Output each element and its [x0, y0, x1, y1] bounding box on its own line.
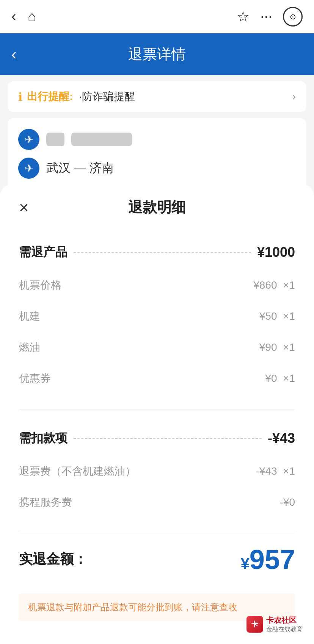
service-fee-value: -¥0	[280, 496, 295, 508]
total-label: 实退金额：	[19, 550, 87, 569]
service-fee-row: 携程服务费 -¥0	[19, 487, 295, 518]
fuel-fee-label: 燃油	[19, 340, 40, 355]
alert-arrow-icon: ›	[292, 91, 296, 103]
sheet-header: × 退款明细	[19, 199, 295, 216]
bottom-sheet: × 退款明细 需退产品 ¥1000 机票价格 ¥860 ×1 机建 ¥50 ×1…	[0, 184, 314, 644]
status-bar-left: ‹ ⌂	[11, 8, 36, 25]
sheet-close-button[interactable]: ×	[19, 199, 29, 216]
more-icon[interactable]: ···	[260, 8, 272, 25]
status-bar: ‹ ⌂ ☆ ··· ⊙	[0, 0, 314, 33]
watermark-name: 卡农社区	[266, 615, 303, 625]
watermark-sub: 金融在线教育	[266, 625, 303, 633]
total-amount-container: ¥ 957	[241, 544, 295, 575]
airport-fee-row: 机建 ¥50 ×1	[19, 301, 295, 332]
record-icon[interactable]: ⊙	[283, 7, 303, 27]
status-bar-right: ☆ ··· ⊙	[237, 7, 303, 27]
coupon-row: 优惠券 ¥0 ×1	[19, 363, 295, 394]
flight-row-1: ✈	[18, 129, 296, 150]
watermark: 卡 卡农社区 金融在线教育	[246, 615, 303, 633]
back-icon[interactable]: ‹	[11, 8, 16, 25]
page-title: 退票详情	[128, 45, 186, 64]
refund-fee-label: 退票费（不含机建燃油）	[19, 464, 136, 478]
flight-route-text: 武汉 — 济南	[46, 160, 114, 177]
deductions-main-label: 需扣款项	[19, 430, 68, 447]
deductions-section: 需扣款项 -¥43 退票费（不含机建燃油） -¥43 ×1 携程服务费 -¥0	[19, 421, 295, 518]
ticket-price-label: 机票价格	[19, 278, 61, 292]
ticket-price-value: ¥860 ×1	[253, 279, 295, 291]
total-row: 实退金额： ¥ 957	[19, 533, 295, 586]
coupon-value: ¥0 ×1	[265, 372, 295, 385]
home-icon[interactable]: ⌂	[28, 8, 36, 25]
flight-blurred-1	[46, 133, 64, 146]
products-main-value: ¥1000	[257, 244, 295, 260]
star-icon[interactable]: ☆	[237, 8, 250, 25]
fuel-fee-value: ¥90 ×1	[259, 341, 295, 353]
flight-row-2: ✈ 武汉 — 济南	[18, 158, 296, 179]
flight-route-icon: ✈	[18, 158, 39, 179]
page-header: ‹ 退票详情	[0, 33, 314, 75]
coupon-label: 优惠券	[19, 371, 51, 386]
alert-banner-left: ℹ 出行提醒: ·防诈骗提醒	[18, 89, 135, 104]
alert-text: ·防诈骗提醒	[79, 89, 135, 104]
airport-fee-value: ¥50 ×1	[259, 310, 295, 322]
alert-info-icon: ℹ	[18, 90, 22, 103]
watermark-icon: 卡	[246, 616, 263, 633]
products-section: 需退产品 ¥1000 机票价格 ¥860 ×1 机建 ¥50 ×1 燃油 ¥90…	[19, 235, 295, 394]
deductions-dotted-line	[74, 438, 262, 439]
section-divider	[19, 409, 295, 410]
sheet-title: 退款明细	[128, 198, 186, 217]
refund-fee-value: -¥43 ×1	[256, 465, 295, 477]
total-currency-symbol: ¥	[241, 555, 250, 573]
alert-banner[interactable]: ℹ 出行提醒: ·防诈骗提醒 ›	[8, 81, 306, 112]
products-dotted-line	[74, 252, 251, 253]
watermark-text: 卡农社区 金融在线教育	[266, 615, 303, 633]
flight-plane-icon: ✈	[18, 129, 39, 150]
deductions-main-row: 需扣款项 -¥43	[19, 421, 295, 456]
total-amount-value: 957	[250, 544, 295, 575]
page-back-button[interactable]: ‹	[11, 46, 16, 63]
refund-fee-row: 退票费（不含机建燃油） -¥43 ×1	[19, 456, 295, 487]
products-main-row: 需退产品 ¥1000	[19, 235, 295, 270]
flight-blurred-2	[71, 133, 132, 146]
service-fee-label: 携程服务费	[19, 495, 72, 510]
ticket-price-row: 机票价格 ¥860 ×1	[19, 270, 295, 301]
fuel-fee-row: 燃油 ¥90 ×1	[19, 332, 295, 363]
products-main-label: 需退产品	[19, 244, 68, 261]
alert-label: 出行提醒:	[27, 89, 73, 104]
airport-fee-label: 机建	[19, 309, 40, 324]
deductions-main-value: -¥43	[268, 430, 295, 446]
